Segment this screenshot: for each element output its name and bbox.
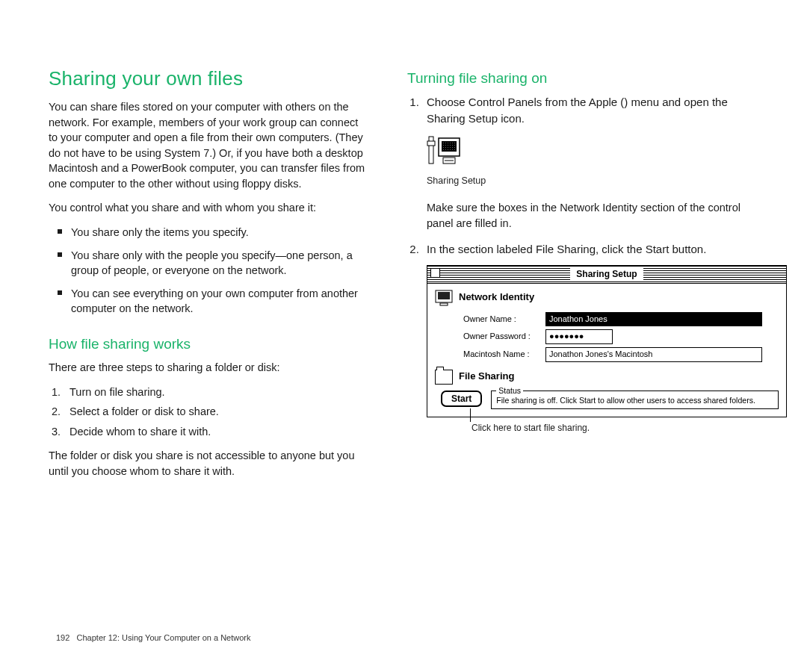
steps-note: The folder or disk you share is not acce…: [49, 448, 370, 479]
control-paragraph: You control what you share and with whom…: [49, 200, 370, 216]
window-titlebar: Sharing Setup: [427, 266, 786, 284]
owner-name-field[interactable]: Jonathon Jones: [545, 312, 762, 327]
owner-password-row: Owner Password : ●●●●●●●: [463, 329, 779, 344]
owner-password-field[interactable]: ●●●●●●●: [545, 329, 613, 344]
left-column: Sharing your own files You can share fil…: [49, 67, 370, 488]
status-text: File sharing is off. Click Start to allo…: [496, 396, 755, 405]
svg-rect-11: [440, 303, 448, 305]
mac-name-row: Macintosh Name : Jonathon Jones's Macint…: [463, 347, 779, 362]
window-title: Sharing Setup: [570, 268, 643, 281]
heading-turning-on: Turning file sharing on: [407, 70, 758, 87]
sharing-setup-icon: [427, 135, 463, 169]
status-label: Status: [496, 386, 523, 396]
step-1: Choose Control Panels from the Apple () …: [422, 94, 758, 231]
network-identity-title: Network Identity: [459, 290, 534, 304]
heading-how-works: How file sharing works: [49, 336, 370, 352]
status-box: Status File sharing is off. Click Start …: [491, 391, 779, 409]
network-identity-header: Network Identity: [435, 290, 779, 306]
start-button[interactable]: Start: [441, 391, 482, 407]
mac-icon: [435, 290, 453, 306]
sharing-setup-icon-block: Sharing Setup: [427, 135, 758, 188]
bullet-item: You can see everything on your own compu…: [49, 286, 370, 317]
step-item: Select a folder or disk to share.: [64, 404, 370, 420]
page-number: 192: [56, 633, 69, 642]
svg-rect-4: [442, 141, 457, 152]
svg-rect-1: [427, 141, 435, 146]
chapter-title: Chapter 12: Using Your Computer on a Net…: [77, 633, 251, 642]
sharing-setup-icon-label: Sharing Setup: [427, 175, 758, 188]
bullet-item: You share only with the people you speci…: [49, 248, 370, 279]
start-callout: Click here to start file sharing.: [471, 422, 758, 435]
bullet-list: You share only the items you specify. Yo…: [49, 225, 370, 317]
identity-note: Make sure the boxes in the Network Ident…: [427, 200, 758, 231]
steps-intro: There are three steps to sharing a folde…: [49, 360, 370, 376]
right-steps-list: Choose Control Panels from the Apple () …: [407, 94, 758, 435]
steps-list: Turn on file sharing. Select a folder or…: [49, 385, 370, 440]
intro-paragraph: You can share files stored on your compu…: [49, 99, 370, 191]
page-footer: 192 Chapter 12: Using Your Computer on a…: [56, 633, 251, 642]
mac-name-field[interactable]: Jonathon Jones's Macintosh: [545, 347, 762, 362]
owner-name-row: Owner Name : Jonathon Jones: [463, 312, 779, 327]
mac-name-label: Macintosh Name :: [463, 349, 545, 361]
bullet-item: You share only the items you specify.: [49, 225, 370, 240]
step-2: In the section labeled File Sharing, cli…: [422, 241, 758, 434]
owner-password-label: Owner Password :: [463, 331, 545, 343]
sharing-setup-window: Sharing Setup Network Identity: [427, 265, 787, 417]
step-item: Turn on file sharing.: [64, 385, 370, 400]
right-column: Turning file sharing on Choose Control P…: [407, 67, 758, 488]
step-2-text: In the section labeled File Sharing, cli…: [427, 243, 706, 255]
owner-name-label: Owner Name :: [463, 314, 545, 326]
heading-sharing-files: Sharing your own files: [49, 67, 370, 90]
file-sharing-title: File Sharing: [459, 370, 514, 383]
folder-icon: [435, 370, 453, 385]
svg-rect-10: [438, 292, 450, 299]
svg-rect-0: [429, 137, 433, 164]
file-sharing-header: File Sharing: [435, 370, 779, 385]
step-1-text-pre: Choose Control Panels from the Apple (: [427, 96, 624, 108]
step-item: Decide whom to share it with.: [64, 424, 370, 440]
